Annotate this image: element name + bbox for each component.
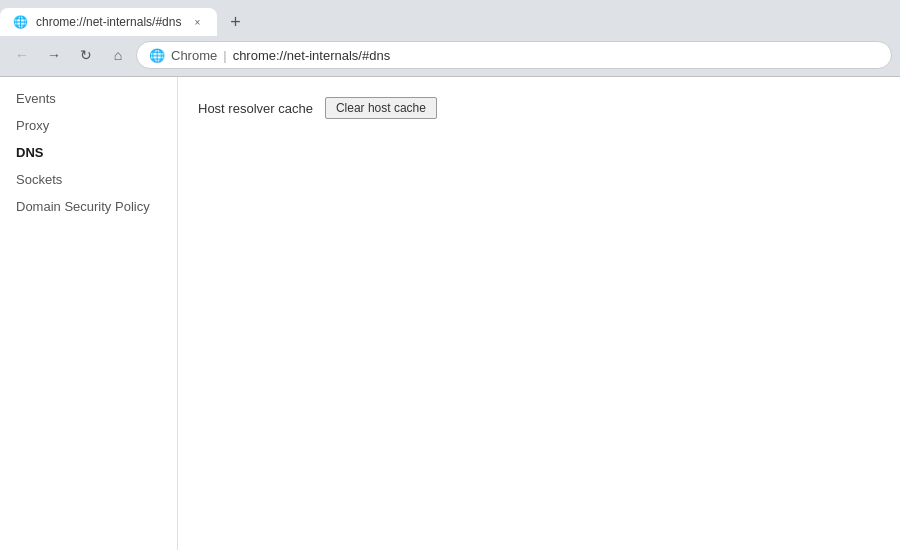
- reload-icon: ↻: [80, 47, 92, 63]
- tab-title: chrome://net-internals/#dns: [36, 15, 181, 29]
- home-icon: ⌂: [114, 47, 122, 63]
- tab-close-button[interactable]: ×: [189, 14, 205, 30]
- sidebar-item-sockets[interactable]: Sockets: [0, 166, 177, 193]
- url-separator: |: [223, 48, 226, 63]
- clear-host-cache-button[interactable]: Clear host cache: [325, 97, 437, 119]
- sidebar-item-domain-security-policy[interactable]: Domain Security Policy: [0, 193, 177, 220]
- host-resolver-cache-label: Host resolver cache: [198, 101, 313, 116]
- back-icon: ←: [15, 47, 29, 63]
- url-brand: Chrome: [171, 48, 217, 63]
- browser-chrome: 🌐 chrome://net-internals/#dns × + ← → ↻ …: [0, 0, 900, 76]
- page-layout: Events Proxy DNS Sockets Domain Security…: [0, 77, 900, 550]
- address-bar: ← → ↻ ⌂ 🌐 Chrome | chrome://net-internal…: [0, 36, 900, 76]
- sidebar-item-events[interactable]: Events: [0, 85, 177, 112]
- reload-button[interactable]: ↻: [72, 41, 100, 69]
- new-tab-button[interactable]: +: [221, 8, 249, 36]
- home-button[interactable]: ⌂: [104, 41, 132, 69]
- tab-bar: 🌐 chrome://net-internals/#dns × +: [0, 0, 900, 36]
- forward-button[interactable]: →: [40, 41, 68, 69]
- host-resolver-cache-row: Host resolver cache Clear host cache: [198, 97, 880, 119]
- back-button[interactable]: ←: [8, 41, 36, 69]
- sidebar-item-proxy[interactable]: Proxy: [0, 112, 177, 139]
- url-text: chrome://net-internals/#dns: [233, 48, 391, 63]
- forward-icon: →: [47, 47, 61, 63]
- main-content: Host resolver cache Clear host cache: [178, 77, 900, 550]
- sidebar: Events Proxy DNS Sockets Domain Security…: [0, 77, 178, 550]
- tab-favicon-icon: 🌐: [12, 14, 28, 30]
- sidebar-item-dns[interactable]: DNS: [0, 139, 177, 166]
- url-scheme-icon: 🌐: [149, 48, 165, 63]
- url-bar[interactable]: 🌐 Chrome | chrome://net-internals/#dns: [136, 41, 892, 69]
- active-tab[interactable]: 🌐 chrome://net-internals/#dns ×: [0, 8, 217, 36]
